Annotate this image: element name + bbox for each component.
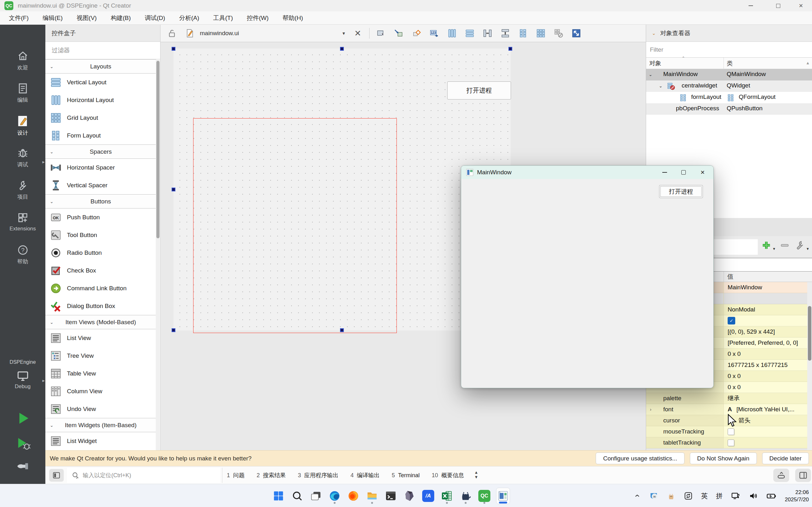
clash-cat-icon[interactable]	[459, 488, 473, 504]
qt-creator-taskbar-icon[interactable]: QC	[477, 488, 491, 504]
active-qt-app-icon[interactable]	[496, 488, 510, 504]
configure-property-editor-button[interactable]: ▼	[795, 240, 809, 250]
task-view-button[interactable]	[309, 488, 323, 504]
mode-help[interactable]: ? 帮助	[0, 244, 45, 274]
scroll-up-icon[interactable]: ▲	[806, 60, 810, 65]
obsidian-icon[interactable]	[403, 488, 416, 504]
object-inspector-filter[interactable]	[646, 42, 812, 58]
checkbox-checked-icon[interactable]: ✓	[728, 317, 735, 325]
selection-handle-bottom-left[interactable]	[171, 328, 175, 332]
signals-slots-tool-icon[interactable]	[392, 26, 406, 40]
scrollbar-thumb[interactable]	[808, 306, 811, 360]
checkbox-unchecked-icon[interactable]	[728, 440, 734, 446]
toggle-right-sidebar-button[interactable]	[795, 469, 811, 482]
mode-design[interactable]: 设计	[0, 115, 45, 145]
running-app-window[interactable]: MainWindow ✕ 打开进程	[461, 165, 714, 388]
output-pane-updown-icon[interactable]: ▲▼	[474, 470, 478, 480]
kit-flyout-arrow[interactable]: ▸	[42, 378, 45, 383]
form-layout-frame[interactable]	[193, 118, 397, 333]
maximize-button[interactable]	[767, 0, 790, 11]
output-pane-issues[interactable]: 1问题	[227, 471, 245, 479]
buddy-editor-tool-icon[interactable]	[409, 26, 423, 40]
widget-filter-input[interactable]	[45, 42, 160, 59]
layout-form-tool-icon[interactable]	[516, 26, 530, 40]
cast-display-icon[interactable]	[731, 491, 740, 501]
column-divider[interactable]	[723, 58, 724, 69]
do-not-show-again-button[interactable]: Do Not Show Again	[690, 452, 757, 464]
edge-browser-icon[interactable]	[328, 488, 342, 504]
firefox-browser-icon[interactable]	[346, 488, 360, 504]
battery-charging-icon[interactable]	[766, 491, 776, 501]
output-pane-application-output[interactable]: 3应用程序输出	[298, 471, 339, 479]
widget-column-view[interactable]: Column View	[45, 383, 156, 400]
layout-vertical-tool-icon[interactable]	[463, 26, 477, 40]
menu-file[interactable]: 文件(F)	[2, 14, 36, 22]
widget-form-layout[interactable]: Form Layout	[45, 127, 156, 145]
mode-projects[interactable]: 项目	[0, 179, 45, 210]
column-divider[interactable]	[723, 272, 724, 282]
close-document-button[interactable]: ✕	[351, 26, 365, 40]
edit-document-icon[interactable]	[183, 26, 197, 40]
app-window-titlebar[interactable]: MainWindow ✕	[461, 166, 714, 179]
property-editor-scrollbar[interactable]	[807, 282, 812, 450]
excel-icon[interactable]	[440, 488, 454, 504]
run-button[interactable]	[0, 410, 45, 427]
widget-tree-view[interactable]: Tree View	[45, 347, 156, 365]
app-open-process-button[interactable]: 打开进程	[659, 185, 703, 198]
taskbar-clock[interactable]: 22:06 2025/7/20	[785, 489, 809, 503]
widget-horizontal-spacer[interactable]: Horizontal Spacer	[45, 159, 156, 176]
widget-check-box[interactable]: Check Box	[45, 262, 156, 279]
menu-tools[interactable]: 工具(T)	[206, 14, 240, 22]
menu-edit[interactable]: 编辑(E)	[36, 14, 69, 22]
sync-settings-icon[interactable]	[684, 492, 693, 500]
adjust-size-tool-icon[interactable]	[569, 26, 583, 40]
close-button[interactable]: ✕	[790, 0, 812, 11]
locator-search-box[interactable]	[67, 468, 220, 483]
expand-arrow-icon[interactable]: ›	[650, 407, 652, 412]
widget-grid-layout[interactable]: Grid Layout	[45, 109, 156, 127]
layout-grid-tool-icon[interactable]	[534, 26, 548, 40]
menu-help[interactable]: 帮助(H)	[275, 14, 310, 22]
object-inspector-header[interactable]: ⌄ 对象查看器	[646, 25, 812, 42]
a-doc-app-icon[interactable]: /A	[421, 488, 435, 504]
widget-dialog-button-box[interactable]: Dialog Button Box	[45, 297, 156, 315]
output-pane-summary[interactable]: 10概要信息	[432, 471, 464, 479]
menu-widgets[interactable]: 控件(W)	[240, 14, 275, 22]
widget-box-scrollbar[interactable]	[156, 60, 160, 450]
selection-handle-left-middle[interactable]	[171, 187, 175, 191]
file-lock-icon[interactable]	[165, 26, 179, 40]
volume-icon[interactable]	[749, 491, 758, 501]
widget-tool-button[interactable]: Tool Button	[45, 226, 156, 244]
widget-undo-view[interactable]: Undo View	[45, 400, 156, 418]
property-row-mousetracking[interactable]: mouseTracking	[646, 426, 812, 437]
section-spacers[interactable]: ⌄ Spacers	[45, 145, 156, 159]
checkbox-unchecked-icon[interactable]	[728, 429, 734, 435]
build-button[interactable]	[0, 461, 45, 476]
tree-row-mainwindow[interactable]: ⌄ MainWindow QMainWindow	[646, 69, 812, 80]
selection-handle-top-right[interactable]	[508, 47, 512, 51]
minimize-button[interactable]	[740, 0, 762, 11]
section-item-views[interactable]: ⌄ Item Views (Model-Based)	[45, 315, 156, 329]
edit-widgets-tool-icon[interactable]	[374, 26, 388, 40]
open-output-pane-button[interactable]	[773, 469, 789, 482]
remove-dynamic-property-button[interactable]	[779, 240, 790, 250]
selection-handle-top-center[interactable]	[340, 47, 344, 51]
layout-splitter-vertical-tool-icon[interactable]	[498, 26, 512, 40]
designer-push-button[interactable]: 打开进程	[447, 81, 511, 100]
menu-analyze[interactable]: 分析(A)	[172, 14, 206, 22]
widget-radio-button[interactable]: Radio Button	[45, 244, 156, 262]
widget-table-view[interactable]: Table View	[45, 365, 156, 383]
section-buttons[interactable]: ⌄ Buttons	[45, 194, 156, 209]
decide-later-button[interactable]: Decide later	[762, 452, 809, 464]
add-dynamic-property-button[interactable]: ▼	[761, 240, 776, 250]
app-minimize-button[interactable]	[655, 166, 674, 179]
scrollbar-thumb[interactable]	[156, 61, 159, 238]
terminal-icon[interactable]	[384, 488, 398, 504]
widget-vertical-layout[interactable]: Vertical Layout	[45, 73, 156, 91]
widget-push-button[interactable]: OK Push Button	[45, 209, 156, 226]
widget-command-link-button[interactable]: Command Link Button	[45, 279, 156, 297]
open-document-selector[interactable]: mainwindow.ui ▼	[200, 30, 349, 37]
tab-order-tool-icon[interactable]: 123	[427, 26, 441, 40]
mode-welcome[interactable]: 欢迎	[0, 50, 45, 80]
taskbar-search-button[interactable]	[290, 488, 304, 504]
